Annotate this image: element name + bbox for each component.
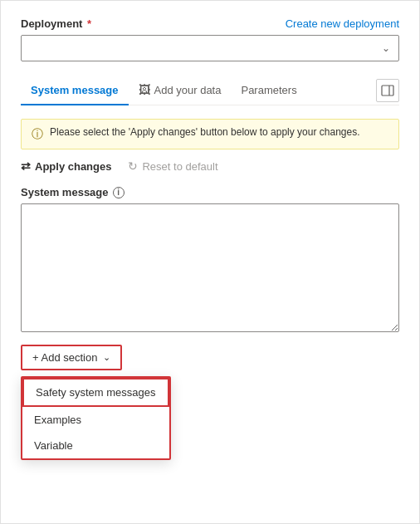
tab-system-message[interactable]: System message	[21, 77, 129, 105]
tab-parameters[interactable]: Parameters	[231, 77, 306, 105]
svg-rect-0	[382, 86, 393, 95]
system-message-info-icon[interactable]: i	[113, 187, 125, 198]
dropdown-chevron-icon: ⌄	[382, 42, 390, 54]
menu-item-variable[interactable]: Variable	[22, 433, 169, 458]
create-new-deployment-link[interactable]: Create new deployment	[286, 17, 399, 30]
apply-changes-button[interactable]: ⇄ Apply changes	[21, 159, 111, 173]
info-banner: ⓘ Please select the 'Apply changes' butt…	[21, 119, 399, 149]
add-section-dropdown-menu: Safety system messages Examples Variable	[21, 376, 171, 460]
tab-parameters-label: Parameters	[241, 84, 296, 96]
reset-to-default-label: Reset to default	[142, 160, 217, 173]
required-star: *	[84, 17, 91, 30]
system-message-textarea[interactable]	[21, 203, 399, 332]
menu-item-safety-system-messages[interactable]: Safety system messages	[22, 378, 169, 407]
main-container: Deployment * Create new deployment ⌄ Sys…	[0, 0, 420, 524]
deployment-label-row: Deployment * Create new deployment	[21, 17, 399, 30]
tabs-container: System message 🖼 Add your data Parameter…	[21, 76, 399, 105]
info-banner-text: Please select the 'Apply changes' button…	[50, 126, 360, 138]
add-section-button[interactable]: + Add section ⌄	[21, 345, 122, 370]
add-your-data-icon: 🖼	[139, 83, 150, 96]
action-buttons-row: ⇄ Apply changes ↻ Reset to default	[21, 159, 399, 173]
reset-icon: ↻	[128, 159, 138, 173]
deployment-dropdown[interactable]: ⌄	[21, 35, 399, 61]
tab-add-your-data-label: Add your data	[154, 84, 222, 96]
menu-item-examples[interactable]: Examples	[22, 407, 169, 433]
panel-icon-svg	[381, 84, 394, 97]
deployment-label: Deployment *	[21, 17, 91, 30]
deployment-section: Deployment * Create new deployment ⌄	[21, 17, 399, 61]
add-section-container: + Add section ⌄ Safety system messages E…	[21, 345, 399, 370]
add-section-chevron-icon: ⌄	[103, 352, 110, 363]
reset-to-default-button[interactable]: ↻ Reset to default	[128, 159, 217, 173]
add-section-label: + Add section	[32, 351, 97, 364]
tab-system-message-label: System message	[31, 84, 119, 96]
tabs-right	[376, 79, 399, 102]
system-message-label-row: System message i	[21, 186, 399, 198]
apply-icon: ⇄	[21, 159, 31, 173]
panel-toggle-icon[interactable]	[376, 79, 399, 102]
info-banner-icon: ⓘ	[32, 127, 43, 142]
apply-changes-label: Apply changes	[35, 160, 111, 173]
tab-add-your-data[interactable]: 🖼 Add your data	[129, 76, 232, 105]
system-message-label: System message	[21, 186, 109, 198]
